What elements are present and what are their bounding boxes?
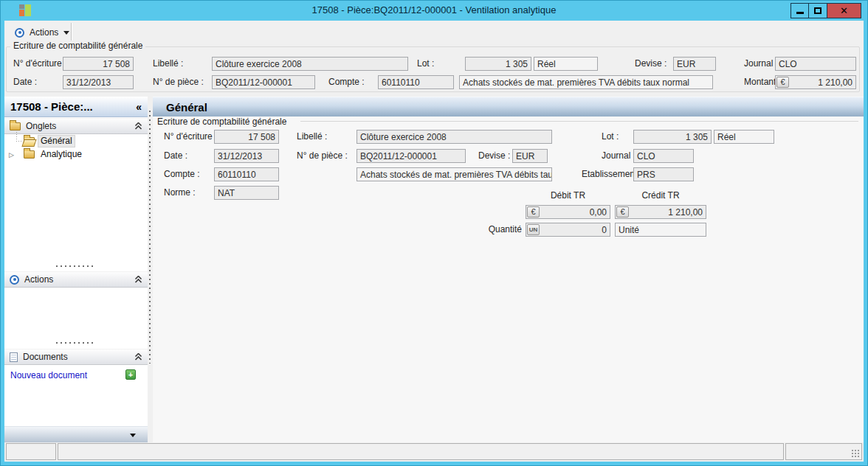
toolbar-separator (71, 23, 72, 41)
document-icon (10, 352, 18, 362)
sidebar-configure-bar[interactable] (4, 426, 148, 442)
sidebar-item-analytique[interactable]: Analytique (24, 148, 84, 161)
compte-field[interactable]: 60110110 (214, 167, 279, 181)
montant-value: 1 210,00 (818, 77, 852, 88)
panel-splitter[interactable] (149, 111, 151, 364)
sidebar-item-general[interactable]: Général (24, 135, 75, 147)
date-field[interactable]: 31/12/2013 (63, 75, 134, 89)
status-cell (6, 443, 56, 460)
collapse-sidebar-icon[interactable]: « (136, 101, 142, 113)
euro-currency-icon[interactable]: € (616, 206, 629, 218)
maximize-icon (814, 7, 822, 14)
lot-type-field[interactable]: Réel (534, 57, 598, 71)
compte-field[interactable]: 60110110 (378, 75, 454, 89)
chevron-down-icon (63, 31, 69, 35)
actions-menu-button[interactable]: Actions (10, 24, 74, 41)
compte-desc-field[interactable]: Achats stockés de mat. premières TVA déb… (459, 75, 713, 89)
date-label: Date : (13, 77, 37, 87)
norme-label: Norme : (164, 187, 196, 198)
maximize-button[interactable] (808, 3, 827, 18)
lot-field[interactable]: 1 305 (465, 57, 531, 71)
top-group-title: Ecriture de comptabilité générale (10, 41, 145, 51)
sidebar-section-documents[interactable]: Documents (4, 349, 148, 365)
status-bar (6, 443, 862, 460)
unite-field[interactable]: Unité (615, 223, 706, 237)
add-document-button[interactable]: + (125, 369, 136, 380)
libelle-label: Libellé : (153, 58, 183, 69)
debit-field[interactable]: € 0,00 (526, 205, 610, 219)
date-field[interactable]: 31/12/2013 (214, 149, 279, 163)
close-button[interactable]: ✕ (827, 3, 861, 18)
montant-field[interactable]: € 1 210,00 (775, 75, 856, 89)
resize-grip[interactable] (851, 449, 860, 458)
num-ecriture-field[interactable]: 17 508 (63, 57, 134, 71)
window-title: 17508 - Pièce:BQ2011/12-000001 - Ventila… (0, 4, 868, 15)
folder-icon (24, 150, 35, 159)
sidebar-section-onglets[interactable]: Onglets (4, 118, 148, 134)
close-icon: ✕ (840, 6, 848, 15)
compte-label: Compte : (164, 169, 200, 179)
lot-label: Lot : (417, 58, 434, 69)
actions-menu-label: Actions (30, 27, 58, 38)
open-folder-icon (24, 137, 35, 145)
minimize-button[interactable] (790, 3, 809, 18)
devise-label: Devise : (635, 58, 666, 69)
devise-field[interactable]: EUR (673, 57, 716, 71)
lot-type-field[interactable]: Réel (714, 130, 774, 144)
debit-column-header: Débit TR (526, 190, 610, 201)
quantite-field[interactable]: UN 0 (526, 223, 610, 237)
splitter-dots[interactable] (56, 265, 96, 267)
page-title: Général (166, 101, 207, 114)
status-cell (785, 443, 862, 460)
sidebar-header-title: 17508 - Pièce:... (10, 100, 93, 113)
minimize-icon (796, 12, 804, 14)
window-body: Actions Ecriture de comptabilité général… (4, 21, 864, 462)
new-document-link[interactable]: Nouveau document (10, 370, 87, 380)
expand-triangle-icon[interactable]: ▷ (9, 151, 14, 159)
collapse-up-icon[interactable] (134, 276, 142, 283)
collapse-up-icon[interactable] (134, 122, 142, 130)
euro-currency-icon[interactable]: € (776, 77, 789, 88)
status-cell (58, 443, 784, 460)
journal-label: Journal : (744, 58, 778, 69)
libelle-field[interactable]: Clôture exercice 2008 (212, 57, 408, 71)
libelle-field[interactable]: Clôture exercice 2008 (356, 130, 552, 144)
etablissement-field[interactable]: PRS (633, 167, 694, 181)
documents-section-title: Documents (23, 352, 68, 362)
lot-label: Lot : (602, 131, 619, 142)
lot-field[interactable]: 1 305 (633, 130, 712, 144)
chevron-down-icon (130, 434, 136, 437)
unit-button[interactable]: UN (527, 224, 540, 235)
num-piece-label: N° de pièce : (297, 150, 348, 161)
page-title-bar: Général (153, 97, 864, 116)
journal-field[interactable]: CLO (775, 57, 856, 71)
debit-value: 0,00 (590, 207, 607, 218)
collapse-up-icon[interactable] (134, 353, 142, 361)
app-window: 17508 - Pièce:BQ2011/12-000001 - Ventila… (0, 0, 868, 466)
quantite-value: 0 (602, 225, 607, 235)
norme-field[interactable]: NAT (214, 186, 279, 200)
main-panel: Général Ecriture de comptabilité général… (153, 97, 864, 442)
tree-item-label: Général (38, 136, 75, 147)
sidebar-section-actions[interactable]: Actions (4, 271, 148, 288)
quantite-label: Quantité (448, 224, 522, 234)
num-piece-field[interactable]: BQ2011/12-000001 (212, 75, 315, 89)
devise-field[interactable]: EUR (512, 149, 548, 163)
folder-icon (10, 122, 21, 131)
tree-connector (16, 132, 17, 141)
groupbox-line (300, 121, 858, 122)
credit-column-header: Crédit TR (615, 190, 706, 201)
splitter-dots[interactable] (56, 342, 96, 344)
compte-desc-field[interactable]: Achats stockés de mat. premières TVA déb… (356, 167, 552, 181)
libelle-label: Libellé : (297, 131, 327, 142)
num-ecriture-field[interactable]: 17 508 (214, 130, 279, 144)
compte-label: Compte : (328, 77, 365, 87)
euro-currency-icon[interactable]: € (527, 206, 540, 218)
journal-label: Journal : (602, 150, 636, 161)
num-ecriture-label: N° d'écriture : (164, 131, 217, 142)
num-piece-field[interactable]: BQ2011/12-000001 (356, 149, 466, 163)
journal-field[interactable]: CLO (633, 149, 694, 163)
credit-field[interactable]: € 1 210,00 (615, 205, 706, 219)
title-bar: 17508 - Pièce:BQ2011/12-000001 - Ventila… (0, 0, 868, 21)
sidebar-header[interactable]: 17508 - Pièce:... « (4, 97, 148, 117)
